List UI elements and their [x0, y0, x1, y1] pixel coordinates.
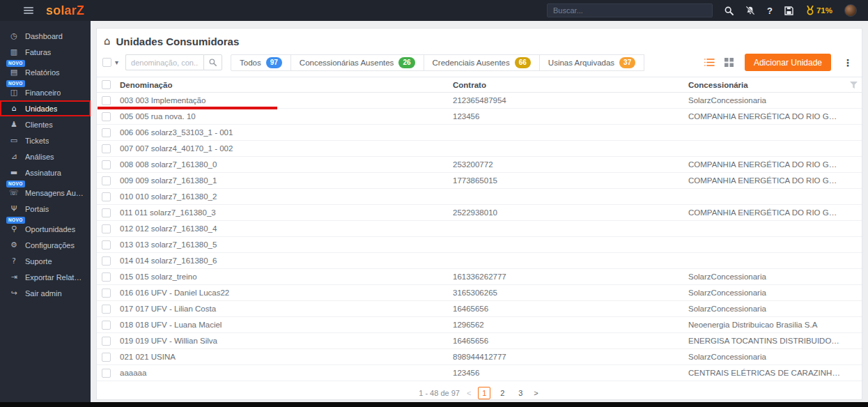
- sidebar-item-label: Mensagens Automát...: [25, 189, 84, 197]
- row-checkbox[interactable]: [102, 321, 111, 330]
- row-checkbox[interactable]: [102, 272, 111, 282]
- table-row[interactable]: 019 019 UFV - Willian Silva 16465656 ENE…: [97, 333, 862, 349]
- table-row[interactable]: 012 012 solarz7_161380_4: [97, 221, 862, 237]
- gamification-percent: 71%: [816, 6, 832, 15]
- cell-concessionaria: SolarzConcessionaria: [688, 289, 846, 297]
- sidebar-item[interactable]: ? Suporte: [0, 253, 91, 269]
- home-icon: ⌂: [104, 35, 111, 47]
- table-row[interactable]: 011 011 solarz7_161380_3 2522938010 COMP…: [97, 205, 862, 221]
- units-search-button[interactable]: [203, 54, 222, 70]
- table-row[interactable]: 018 018 UFV - Luana Maciel 1296562 Neoen…: [97, 317, 862, 333]
- row-checkbox[interactable]: [102, 369, 111, 378]
- row-checkbox[interactable]: [102, 96, 111, 105]
- sidebar-item[interactable]: ◷ Dashboard: [0, 28, 91, 44]
- column-header-contrato[interactable]: Contrato: [453, 81, 688, 89]
- cell-denominacao: 010 010 solarz7_161380_2: [120, 192, 453, 201]
- app-logo[interactable]: solarZ: [46, 3, 84, 18]
- sidebar-item-label: Configurações: [25, 241, 75, 249]
- filter-tabs: Todos 97 Concessionárias Ausentes 26 Cre…: [231, 54, 644, 71]
- row-checkbox[interactable]: [102, 112, 111, 121]
- main-content: ⌂ Unidades Consumidoras ▾ Todos 97: [91, 21, 868, 407]
- page-button[interactable]: 2: [496, 387, 509, 399]
- sidebar-item-icon: ☏: [9, 188, 19, 197]
- table-row[interactable]: 017 017 UFV - Lilian Costa 16465656 Sola…: [97, 301, 862, 317]
- sidebar-item[interactable]: Ψ Portais: [0, 201, 91, 217]
- row-checkbox[interactable]: [102, 353, 111, 362]
- sidebar-item-icon: ▭: [9, 136, 19, 145]
- page-button[interactable]: 3: [514, 387, 527, 399]
- row-checkbox[interactable]: [102, 337, 111, 346]
- sidebar-item[interactable]: ▭ Tickets: [0, 132, 91, 148]
- sidebar-item[interactable]: ↪ Sair admin: [0, 285, 91, 301]
- sidebar-item[interactable]: ▬ Assinatura: [0, 164, 91, 181]
- row-checkbox[interactable]: [102, 256, 111, 266]
- sidebar-item-icon: ▥: [9, 47, 19, 56]
- sidebar-item[interactable]: NOVO ☏ Mensagens Automát...: [0, 185, 91, 201]
- table-row[interactable]: 015 015 solarz_treino 161336262777 Solar…: [97, 269, 862, 285]
- sidebar-item[interactable]: NOVO ⚲ Oportunidades: [0, 221, 91, 237]
- column-header-denominacao[interactable]: Denominação: [120, 81, 453, 89]
- row-checkbox[interactable]: [102, 128, 111, 137]
- sidebar-item[interactable]: NOVO ▤ Relatórios: [0, 64, 91, 80]
- table-row[interactable]: aaaaaa 123456 CENTRAIS ELÉTRICAS DE CARA…: [97, 365, 862, 381]
- header-checkbox[interactable]: [102, 80, 111, 89]
- global-search-input[interactable]: [547, 3, 713, 17]
- table-row[interactable]: 005 005 rua nova. 10 123456 COMPANHIA EN…: [97, 109, 862, 125]
- sidebar-item[interactable]: ⇥ Exportar Relatórios: [0, 269, 91, 285]
- row-checkbox[interactable]: [102, 240, 111, 249]
- cell-denominacao: aaaaaa: [120, 369, 453, 377]
- table-row[interactable]: 013 013 solarz7_161380_5: [97, 237, 862, 253]
- prev-page-icon[interactable]: <: [465, 389, 472, 397]
- table-row[interactable]: 009 009 solarz7_161380_1 1773865015 COMP…: [97, 173, 862, 189]
- sidebar-item[interactable]: ⚙ Configurações: [0, 237, 91, 253]
- row-checkbox[interactable]: [102, 224, 111, 233]
- filter-tab[interactable]: Concessionárias Ausentes 26: [290, 54, 424, 71]
- table-row[interactable]: 016 016 UFV - Daniel Lucas22 3165306265 …: [97, 285, 862, 301]
- filter-tab[interactable]: Usinas Arquivadas 37: [539, 54, 644, 71]
- sidebar-item[interactable]: ⌂ Unidades: [0, 100, 91, 116]
- cell-concessionaria: SolarzConcessionaria: [688, 272, 846, 281]
- table-row[interactable]: 014 014 solarz7_161380_6: [97, 253, 862, 269]
- table-row[interactable]: 007 007 solarz4_40170_1 - 002: [97, 141, 862, 157]
- add-unit-button[interactable]: Adicionar Unidade: [745, 54, 831, 71]
- row-checkbox[interactable]: [102, 144, 111, 153]
- save-icon[interactable]: [784, 6, 794, 15]
- row-checkbox[interactable]: [102, 160, 111, 169]
- filter-tab[interactable]: Credenciais Ausentes 66: [424, 54, 540, 71]
- sidebar-item-icon: ♟: [9, 120, 19, 129]
- column-header-concessionaria[interactable]: Concessionária: [688, 81, 846, 89]
- menu-icon[interactable]: [24, 7, 33, 14]
- row-checkbox[interactable]: [102, 208, 111, 217]
- select-all-checkbox[interactable]: [102, 58, 111, 67]
- sidebar-item[interactable]: ♟ Clientes: [0, 116, 91, 132]
- user-avatar[interactable]: [844, 4, 857, 17]
- table-row[interactable]: 008 008 solarz7_161380_0 253200772 COMPA…: [97, 157, 862, 173]
- grid-view-icon[interactable]: [724, 58, 735, 67]
- help-icon[interactable]: ?: [767, 6, 773, 16]
- cell-denominacao: 003 003 Implementação: [120, 96, 453, 105]
- sidebar-item[interactable]: NOVO ◫ Financeiro: [0, 84, 91, 100]
- table-row[interactable]: 021 021 USINA 898944412777 SolarzConcess…: [97, 349, 862, 365]
- list-view-icon[interactable]: [704, 58, 715, 67]
- chevron-down-icon[interactable]: ▾: [115, 59, 118, 66]
- cell-concessionaria: COMPANHIA ENERGÉTICA DO RIO GRANDE DO NO…: [688, 208, 846, 217]
- filter-tab[interactable]: Todos 97: [231, 54, 291, 71]
- sidebar-item[interactable]: ▥ Faturas: [0, 44, 91, 60]
- table-row[interactable]: 006 006 solarz3_53103_1 - 001: [97, 125, 862, 141]
- row-checkbox[interactable]: [102, 176, 111, 185]
- cell-denominacao: 021 021 USINA: [120, 353, 453, 361]
- notifications-muted-icon[interactable]: [745, 6, 755, 15]
- gamification-level[interactable]: 71%: [806, 6, 832, 15]
- page-button[interactable]: 1: [478, 387, 490, 399]
- filter-funnel-icon[interactable]: [850, 79, 858, 91]
- table-row[interactable]: 010 010 solarz7_161380_2: [97, 189, 862, 205]
- row-checkbox[interactable]: [102, 289, 111, 298]
- next-page-icon[interactable]: >: [532, 389, 539, 397]
- sidebar-item-icon: ⌂: [9, 104, 19, 113]
- row-checkbox[interactable]: [102, 192, 111, 201]
- search-icon[interactable]: [724, 6, 734, 15]
- row-checkbox[interactable]: [102, 305, 111, 314]
- kebab-menu-icon[interactable]: ⋮: [841, 57, 855, 68]
- units-search-input[interactable]: [125, 54, 203, 70]
- sidebar-item[interactable]: ⊿ Análises: [0, 148, 91, 164]
